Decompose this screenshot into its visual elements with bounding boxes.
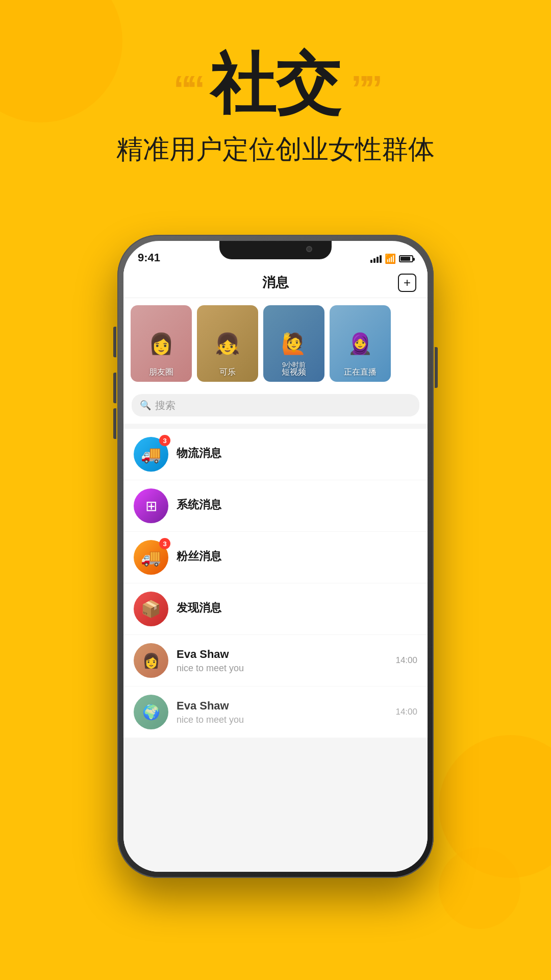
quote-open: ““: [173, 70, 200, 107]
msg-time-eva2: 14:00: [395, 707, 417, 717]
list-item-eva1[interactable]: 👩 Eva Shaw nice to meet you 14:00: [123, 635, 428, 687]
signal-bar-2: [373, 258, 375, 263]
list-item-system[interactable]: ⊞ 系统消息: [123, 480, 428, 532]
message-list: 🚚 3 物流消息 ⊞ 系统消息: [123, 429, 428, 738]
wifi-icon: 📶: [385, 253, 396, 264]
nav-title: 消息: [262, 274, 289, 291]
app-content: 消息 + 👩 朋友圈: [123, 267, 428, 872]
bg-decoration-br2: [439, 847, 520, 929]
msg-preview-eva2: nice to meet you: [177, 715, 387, 725]
list-item-fans[interactable]: 🚚 3 粉丝消息: [123, 532, 428, 583]
signal-bar-1: [370, 260, 372, 263]
avatar-discover: 📦: [134, 592, 168, 626]
status-time: 9:41: [138, 251, 160, 264]
camera: [306, 246, 312, 252]
msg-name-fans: 粉丝消息: [177, 549, 417, 564]
phone-notch: [219, 241, 332, 259]
search-icon: 🔍: [140, 400, 151, 411]
subtitle: 精准用户定位创业女性群体: [0, 132, 551, 167]
add-button[interactable]: +: [398, 274, 416, 292]
story-label-4: 正在直播: [330, 367, 391, 378]
stories-row: 👩 朋友圈 👧 可乐: [123, 298, 428, 389]
nav-bar: 消息 +: [123, 267, 428, 298]
battery-icon: [399, 255, 413, 262]
msg-info-eva2: Eva Shaw nice to meet you: [177, 699, 387, 725]
msg-name-eva1: Eva Shaw: [177, 648, 387, 661]
search-bar-container: 🔍 搜索: [123, 389, 428, 424]
avatar-logistics: 🚚 3: [134, 437, 168, 472]
msg-preview-eva1: nice to meet you: [177, 663, 387, 674]
story-label-3: 短视频: [263, 367, 324, 378]
msg-name-discover: 发现消息: [177, 600, 417, 616]
status-icons: 📶: [370, 253, 413, 264]
signal-bars: [370, 255, 382, 263]
avatar-eva2: 🌍: [134, 695, 168, 729]
fans-icon: 🚚: [141, 548, 161, 567]
story-label-2: 可乐: [197, 367, 258, 378]
avatar-eva1-bg: 👩: [134, 643, 168, 678]
msg-info-eva1: Eva Shaw nice to meet you: [177, 648, 387, 674]
list-item-logistics[interactable]: 🚚 3 物流消息: [123, 429, 428, 480]
logistics-icon: 🚚: [141, 445, 161, 464]
msg-name-system: 系统消息: [177, 497, 417, 512]
story-item-2[interactable]: 👧 可乐: [197, 305, 258, 382]
msg-name-eva2: Eva Shaw: [177, 699, 387, 713]
badge-fans: 3: [159, 538, 170, 549]
msg-info-logistics: 物流消息: [177, 446, 417, 463]
msg-name-logistics: 物流消息: [177, 446, 417, 461]
signal-bar-4: [380, 255, 382, 263]
avatar-eva2-bg: 🌍: [134, 695, 168, 729]
phone-inner: 9:41 📶 消息: [123, 241, 428, 872]
list-item-eva2[interactable]: 🌍 Eva Shaw nice to meet you 14:00: [123, 687, 428, 738]
main-title: 社交: [210, 51, 341, 116]
avatar-system: ⊞: [134, 488, 168, 523]
search-input-wrap[interactable]: 🔍 搜索: [132, 394, 419, 416]
avatar-fans: 🚚 3: [134, 540, 168, 575]
header-section: ““ 社交 ”” 精准用户定位创业女性群体: [0, 0, 551, 167]
phone-outer: 9:41 📶 消息: [117, 235, 434, 878]
story-item-4[interactable]: 🧕 正在直播: [330, 305, 391, 382]
discover-icon: 📦: [141, 599, 161, 619]
badge-logistics: 3: [159, 435, 170, 446]
signal-bar-3: [377, 257, 379, 263]
msg-time-eva1: 14:00: [395, 655, 417, 666]
msg-info-discover: 发现消息: [177, 600, 417, 618]
story-label-1: 朋友圈: [131, 367, 192, 378]
list-item-discover[interactable]: 📦 发现消息: [123, 583, 428, 635]
avatar-eva1: 👩: [134, 643, 168, 678]
search-placeholder: 搜索: [155, 399, 176, 412]
msg-info-system: 系统消息: [177, 497, 417, 514]
story-item-1[interactable]: 👩 朋友圈: [131, 305, 192, 382]
story-item-3[interactable]: 🙋 9小时前 短视频: [263, 305, 324, 382]
phone-mockup: 9:41 📶 消息: [117, 235, 434, 878]
msg-info-fans: 粉丝消息: [177, 549, 417, 566]
battery-fill: [400, 257, 410, 261]
quote-close: ””: [351, 70, 378, 107]
